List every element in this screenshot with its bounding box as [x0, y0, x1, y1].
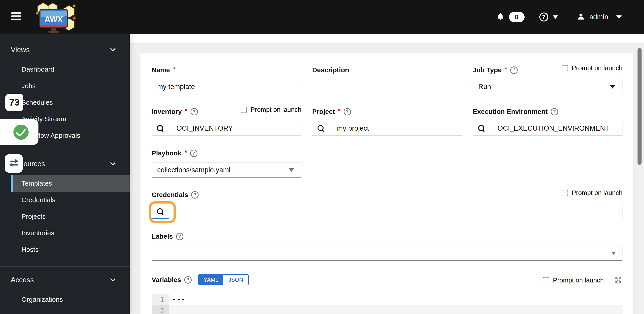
- execution-environment-field: Execution Environment ? OCI_EXECUTION_EN…: [473, 108, 622, 136]
- variables-field: Variables ? YAML JSON Prompt on launch: [152, 274, 622, 314]
- line-content: ---: [168, 294, 622, 305]
- sidebar-item-credentials[interactable]: Credentials: [11, 192, 130, 208]
- user-menu-caret-down-icon[interactable]: [616, 16, 622, 19]
- execution-environment-help-icon[interactable]: ?: [551, 108, 558, 116]
- name-label: Name: [152, 66, 170, 74]
- line-number: 2: [152, 305, 168, 314]
- credentials-search-button[interactable]: [152, 204, 169, 219]
- swap-arrows-icon: [8, 158, 19, 168]
- job-type-label: Job Type: [473, 66, 502, 74]
- search-icon: [157, 125, 164, 132]
- execution-environment-lookup: OCI_EXECUTION_ENVIRONMENT: [473, 121, 622, 136]
- job-type-field: Job Type * ? Prompt on launch Run: [473, 66, 622, 94]
- inventory-value[interactable]: OCI_INVENTORY: [169, 121, 301, 136]
- project-help-icon[interactable]: ?: [344, 108, 351, 116]
- select-caret-down-icon: [611, 252, 616, 255]
- main-content: Name * Description: [130, 34, 644, 314]
- inventory-lookup: OCI_INVENTORY: [152, 121, 302, 136]
- job-type-prompt-checkbox[interactable]: [562, 65, 568, 71]
- variables-help-icon[interactable]: ?: [184, 276, 192, 284]
- job-template-form-card: Name * Description: [140, 54, 633, 314]
- yaml-toggle-button[interactable]: YAML: [199, 275, 224, 285]
- awx-logo[interactable]: AWX: [33, 1, 78, 34]
- credentials-value[interactable]: [169, 204, 622, 219]
- credentials-help-icon[interactable]: ?: [191, 191, 198, 198]
- inventory-help-icon[interactable]: ?: [190, 108, 198, 116]
- line-number: 1: [152, 294, 168, 305]
- content-top-strip: [130, 34, 644, 43]
- overlay-swap-card: [5, 154, 23, 173]
- search-icon: [157, 208, 164, 215]
- inventory-label: Inventory: [152, 108, 182, 116]
- sidebar-group-views-label: Views: [11, 46, 30, 54]
- sidebar-group-access-label: Access: [11, 276, 34, 284]
- check-circle-icon: [14, 124, 28, 140]
- description-input[interactable]: [312, 79, 462, 94]
- project-field: Project * ? my project: [312, 108, 462, 136]
- sidebar-group-access[interactable]: Access: [0, 272, 130, 288]
- sidebar: Views Dashboard Jobs Schedules Activity …: [0, 34, 130, 314]
- json-toggle-button[interactable]: JSON: [224, 275, 248, 285]
- labels-field: Labels ?: [152, 232, 622, 261]
- prompt-on-launch-label: Prompt on launch: [553, 277, 604, 284]
- overlay-status-card: [0, 119, 38, 145]
- name-input[interactable]: [152, 79, 302, 94]
- expand-editor-icon[interactable]: [614, 276, 622, 285]
- sidebar-item-hosts[interactable]: Hosts: [11, 241, 130, 258]
- name-field: Name *: [152, 66, 302, 94]
- playbook-field: Playbook * ? collections/sample.yaml: [152, 150, 302, 178]
- project-lookup: my project: [312, 121, 462, 136]
- playbook-label: Playbook: [152, 150, 181, 157]
- sidebar-item-jobs[interactable]: Jobs: [11, 78, 130, 94]
- labels-label: Labels: [152, 232, 173, 240]
- sidebar-item-inventories[interactable]: Inventories: [11, 225, 130, 241]
- project-label: Project: [312, 108, 335, 116]
- labels-select[interactable]: [152, 246, 622, 261]
- playbook-help-icon[interactable]: ?: [190, 150, 198, 157]
- notifications-bell-icon[interactable]: [496, 12, 504, 22]
- prompt-on-launch-label: Prompt on launch: [251, 106, 302, 114]
- inventory-field: Inventory * ? Prompt on launch: [152, 108, 302, 136]
- help-caret-down-icon[interactable]: [553, 16, 558, 19]
- sidebar-group-views[interactable]: Views: [0, 41, 130, 58]
- execution-environment-label: Execution Environment: [473, 108, 548, 116]
- description-field: Description: [312, 66, 462, 94]
- page-scrollbar-thumb[interactable]: [638, 48, 642, 165]
- sidebar-item-projects[interactable]: Projects: [11, 208, 130, 225]
- search-icon: [478, 125, 485, 132]
- check-mark: [16, 126, 26, 137]
- required-asterisk: *: [338, 107, 340, 114]
- chevron-down-icon: [110, 276, 116, 282]
- editor-line: 1 ---: [152, 294, 622, 305]
- sidebar-item-templates[interactable]: Templates: [11, 175, 130, 192]
- execution-environment-value[interactable]: OCI_EXECUTION_ENVIRONMENT: [490, 121, 622, 136]
- menu-toggle-icon[interactable]: [11, 12, 21, 22]
- sidebar-divider: [0, 266, 130, 266]
- execution-environment-search-button[interactable]: [473, 121, 490, 136]
- job-type-select[interactable]: Run: [473, 79, 622, 94]
- required-asterisk: *: [505, 66, 507, 73]
- credentials-field: Credentials ? Prompt on launch: [152, 191, 622, 219]
- labels-help-icon[interactable]: ?: [176, 233, 183, 240]
- editor-line: 2: [152, 305, 622, 314]
- credentials-prompt-checkbox[interactable]: [562, 190, 568, 196]
- playbook-select[interactable]: collections/sample.yaml: [152, 162, 302, 178]
- user-icon: [577, 12, 585, 22]
- sidebar-item-schedules[interactable]: Schedules: [11, 94, 130, 111]
- sidebar-item-organizations[interactable]: Organizations: [11, 291, 130, 308]
- notification-count-badge[interactable]: 0: [509, 12, 524, 22]
- inventory-search-button[interactable]: [152, 121, 169, 136]
- help-icon[interactable]: ?: [539, 12, 548, 22]
- overlay-counter-badge: 73: [5, 94, 23, 111]
- inventory-prompt-checkbox[interactable]: [240, 107, 247, 113]
- variables-code-editor[interactable]: 1 --- 2: [152, 294, 622, 314]
- username-label: admin: [590, 13, 608, 21]
- job-type-help-icon[interactable]: ?: [510, 66, 518, 74]
- select-caret-down-icon: [289, 168, 294, 172]
- required-asterisk: *: [185, 107, 188, 114]
- project-search-button[interactable]: [312, 121, 330, 136]
- variables-prompt-checkbox[interactable]: [543, 277, 549, 283]
- prompt-on-launch-label: Prompt on launch: [572, 64, 622, 72]
- sidebar-item-dashboard[interactable]: Dashboard: [11, 61, 130, 78]
- project-value[interactable]: my project: [330, 121, 462, 136]
